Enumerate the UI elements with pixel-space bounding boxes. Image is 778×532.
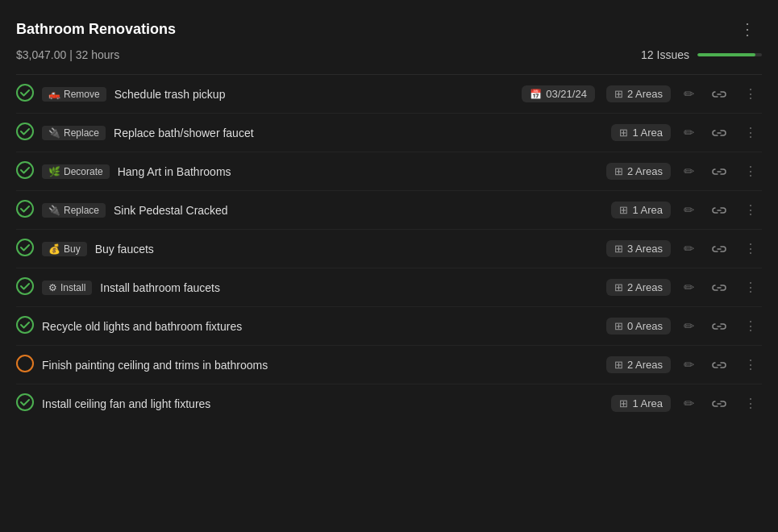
area-value: 2 Areas [627,88,663,100]
svg-point-4 [17,239,33,256]
task-area-badge[interactable]: ⊞2 Areas [606,356,671,373]
svg-point-8 [17,394,33,410]
task-check-icon[interactable] [16,161,34,181]
issues-bar-fill [697,53,755,56]
page-title: Bathroom Renovations [16,21,176,38]
tag-label: Replace [64,205,99,216]
grid-icon: ⊞ [614,320,623,332]
task-list: 🛻RemoveSchedule trash pickup📅03/21/24⊞2 … [16,75,762,422]
header-more-button[interactable]: ⋮ [733,16,762,42]
header: Bathroom Renovations ⋮ [16,16,762,42]
task-name: Sink Pedestal Cracked [114,204,603,217]
issues-label: 12 Issues [641,48,689,61]
task-check-icon[interactable] [16,316,34,336]
task-edit-button[interactable]: ✏ [679,315,699,337]
task-name: Install bathroom faucets [100,281,598,294]
task-link-button[interactable] [707,393,731,414]
task-link-button[interactable] [707,316,731,337]
meta-info: $3,047.00 | 32 hours [16,48,119,61]
task-tag[interactable]: ⚙Install [42,281,92,295]
task-check-icon[interactable] [16,123,34,143]
task-area-badge[interactable]: ⊞1 Area [611,395,671,412]
task-more-button[interactable]: ⋮ [739,238,762,260]
tag-emoji: 🌿 [48,166,60,177]
task-link-button[interactable] [707,277,731,298]
grid-icon: ⊞ [614,243,623,255]
task-more-button[interactable]: ⋮ [739,276,762,298]
task-row: 🔌ReplaceReplace bath/shower faucet⊞1 Are… [16,114,762,152]
task-more-button[interactable]: ⋮ [739,199,762,221]
task-link-button[interactable] [707,123,731,143]
task-edit-button[interactable]: ✏ [679,83,699,105]
task-more-button[interactable]: ⋮ [739,122,762,143]
task-more-button[interactable]: ⋮ [739,160,762,182]
tag-label: Buy [64,243,81,255]
tag-label: Install [60,282,85,293]
task-more-button[interactable]: ⋮ [739,354,762,376]
grid-icon: ⊞ [614,281,623,293]
tag-emoji: 🛻 [48,89,60,100]
area-value: 0 Areas [627,320,663,332]
task-row: 🔌ReplaceSink Pedestal Cracked⊞1 Area✏⋮ [16,191,762,230]
task-row: Install ceiling fan and light fixtures⊞1… [16,384,762,422]
task-tag[interactable]: 🛻Remove [42,87,106,102]
area-value: 3 Areas [627,243,663,255]
task-area-badge[interactable]: ⊞2 Areas [606,163,671,180]
svg-point-3 [17,201,33,217]
task-area-badge[interactable]: ⊞2 Areas [606,85,671,102]
task-link-button[interactable] [707,200,731,221]
task-edit-button[interactable]: ✏ [679,199,699,221]
task-area-badge[interactable]: ⊞2 Areas [606,279,671,296]
grid-icon: ⊞ [614,165,623,177]
grid-icon: ⊞ [614,88,623,100]
task-area-badge[interactable]: ⊞3 Areas [606,240,671,257]
date-value: 03/21/24 [546,88,587,100]
tag-emoji: 🔌 [48,205,60,216]
task-edit-button[interactable]: ✏ [679,354,699,376]
task-edit-button[interactable]: ✏ [679,122,699,143]
area-value: 1 Area [632,397,663,409]
task-link-button[interactable] [707,84,731,105]
task-more-button[interactable]: ⋮ [739,393,762,414]
task-edit-button[interactable]: ✏ [679,276,699,298]
task-date-badge[interactable]: 📅03/21/24 [522,85,595,102]
task-row: 🌿DecorateHang Art in Bathrooms⊞2 Areas✏⋮ [16,152,762,191]
task-check-icon[interactable] [16,84,34,104]
task-tag[interactable]: 🌿Decorate [42,164,110,179]
task-check-icon[interactable] [16,277,34,297]
task-edit-button[interactable]: ✏ [679,160,699,182]
task-name: Hang Art in Bathrooms [118,165,598,178]
tag-emoji: ⚙ [48,282,57,293]
svg-point-1 [17,123,33,139]
task-edit-button[interactable]: ✏ [679,238,699,260]
task-more-button[interactable]: ⋮ [739,315,762,337]
task-tag[interactable]: 🔌Replace [42,203,106,218]
task-more-button[interactable]: ⋮ [739,83,762,105]
task-link-button[interactable] [707,355,731,376]
task-check-icon[interactable] [16,239,34,259]
area-value: 2 Areas [627,281,663,293]
task-tag[interactable]: 💰Buy [42,242,87,256]
subheader: $3,047.00 | 32 hours 12 Issues [16,48,762,61]
svg-point-6 [17,317,33,333]
area-value: 1 Area [632,204,663,216]
task-link-button[interactable] [707,239,731,260]
tag-label: Decorate [64,166,103,177]
area-value: 1 Area [632,127,663,139]
svg-point-2 [17,162,33,178]
task-edit-button[interactable]: ✏ [679,393,699,414]
task-area-badge[interactable]: ⊞0 Areas [606,318,671,335]
task-area-badge[interactable]: ⊞1 Area [611,202,671,218]
task-link-button[interactable] [707,161,731,182]
task-check-icon[interactable] [16,355,34,375]
task-name: Buy faucets [95,243,598,256]
area-value: 2 Areas [627,165,663,177]
task-check-icon[interactable] [16,393,34,414]
task-tag[interactable]: 🔌Replace [42,126,106,140]
task-name: Finish painting ceiling and trims in bat… [42,359,598,372]
main-container: Bathroom Renovations ⋮ $3,047.00 | 32 ho… [0,0,778,430]
task-row: 🛻RemoveSchedule trash pickup📅03/21/24⊞2 … [16,75,762,114]
task-check-icon[interactable] [16,200,34,220]
task-area-badge[interactable]: ⊞1 Area [611,124,671,141]
grid-icon: ⊞ [614,359,623,371]
